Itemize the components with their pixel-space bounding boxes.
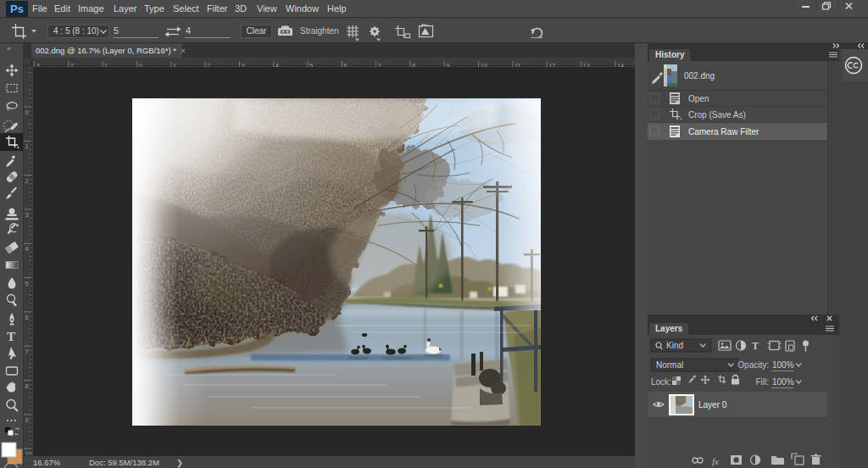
svg-text:Fill:: Fill: [755, 377, 769, 387]
svg-text:T: T [752, 340, 759, 352]
svg-text:8: 8 [25, 382, 29, 390]
svg-text:100%: 100% [772, 360, 794, 370]
svg-text:Lock:: Lock: [651, 377, 671, 387]
svg-text:6: 6 [25, 314, 29, 321]
svg-text:Normal: Normal [656, 360, 683, 370]
svg-text:3: 3 [25, 211, 29, 219]
svg-text:Camera Raw Filter: Camera Raw Filter [688, 127, 760, 136]
svg-text:9: 9 [25, 416, 29, 424]
svg-text:Opacity:: Opacity: [737, 360, 769, 370]
svg-text:5: 5 [25, 280, 29, 287]
svg-text:2: 2 [25, 177, 29, 185]
svg-text:»: » [7, 45, 11, 53]
svg-text:1: 1 [25, 142, 29, 150]
svg-text:0: 0 [25, 109, 29, 116]
svg-text:Kind: Kind [666, 341, 683, 350]
svg-text:4: 4 [25, 245, 29, 253]
svg-text:Layer 0: Layer 0 [698, 400, 727, 410]
svg-text:fx: fx [712, 456, 719, 466]
svg-text:Open: Open [688, 94, 709, 103]
svg-text:100%: 100% [772, 377, 794, 387]
svg-text:Crop (Save As): Crop (Save As) [688, 110, 746, 120]
svg-text:7: 7 [25, 348, 29, 355]
svg-text:T: T [7, 330, 15, 343]
svg-text:002.dng: 002.dng [684, 71, 715, 81]
